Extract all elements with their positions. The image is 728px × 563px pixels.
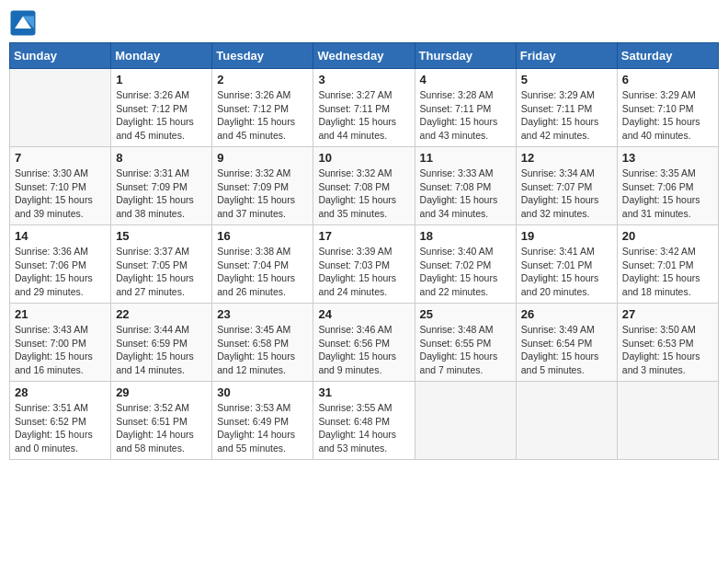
weekday-header: Sunday: [10, 43, 111, 69]
calendar-cell: 10Sunrise: 3:32 AM Sunset: 7:08 PM Dayli…: [313, 147, 415, 225]
day-info: Sunrise: 3:29 AM Sunset: 7:10 PM Dayligh…: [622, 88, 713, 143]
calendar-cell: 26Sunrise: 3:49 AM Sunset: 6:54 PM Dayli…: [516, 304, 617, 382]
weekday-header-row: SundayMondayTuesdayWednesdayThursdayFrid…: [10, 43, 719, 69]
day-number: 25: [420, 307, 511, 321]
calendar-cell: [617, 382, 718, 460]
calendar-cell: 14Sunrise: 3:36 AM Sunset: 7:06 PM Dayli…: [10, 225, 111, 304]
calendar-week-row: 14Sunrise: 3:36 AM Sunset: 7:06 PM Dayli…: [10, 225, 719, 304]
calendar-cell: 20Sunrise: 3:42 AM Sunset: 7:01 PM Dayli…: [617, 225, 718, 304]
day-number: 16: [217, 229, 308, 243]
day-info: Sunrise: 3:41 AM Sunset: 7:01 PM Dayligh…: [521, 245, 612, 299]
day-number: 9: [217, 151, 308, 165]
day-info: Sunrise: 3:48 AM Sunset: 6:55 PM Dayligh…: [420, 323, 511, 377]
day-number: 12: [521, 151, 612, 165]
day-number: 14: [15, 229, 106, 243]
weekday-header: Wednesday: [313, 43, 415, 69]
day-info: Sunrise: 3:36 AM Sunset: 7:06 PM Dayligh…: [15, 245, 106, 299]
day-number: 23: [217, 307, 308, 321]
day-number: 4: [420, 73, 511, 86]
day-info: Sunrise: 3:42 AM Sunset: 7:01 PM Dayligh…: [622, 245, 713, 299]
day-info: Sunrise: 3:40 AM Sunset: 7:02 PM Dayligh…: [420, 245, 511, 299]
weekday-header: Friday: [516, 43, 617, 69]
calendar-cell: 23Sunrise: 3:45 AM Sunset: 6:58 PM Dayli…: [212, 304, 313, 382]
calendar-cell: [516, 382, 617, 460]
day-info: Sunrise: 3:33 AM Sunset: 7:08 PM Dayligh…: [420, 167, 511, 221]
day-info: Sunrise: 3:45 AM Sunset: 6:58 PM Dayligh…: [217, 323, 308, 377]
day-number: 11: [420, 151, 511, 165]
day-number: 20: [622, 229, 713, 243]
day-number: 5: [521, 73, 612, 86]
calendar-cell: 12Sunrise: 3:34 AM Sunset: 7:07 PM Dayli…: [516, 147, 617, 225]
calendar-cell: 24Sunrise: 3:46 AM Sunset: 6:56 PM Dayli…: [313, 304, 415, 382]
calendar-table: SundayMondayTuesdayWednesdayThursdayFrid…: [9, 42, 719, 460]
calendar-cell: 16Sunrise: 3:38 AM Sunset: 7:04 PM Dayli…: [212, 225, 313, 304]
day-info: Sunrise: 3:26 AM Sunset: 7:12 PM Dayligh…: [217, 88, 308, 143]
day-info: Sunrise: 3:39 AM Sunset: 7:03 PM Dayligh…: [318, 245, 409, 299]
day-info: Sunrise: 3:44 AM Sunset: 6:59 PM Dayligh…: [116, 323, 207, 377]
weekday-header: Tuesday: [212, 43, 313, 69]
day-number: 24: [318, 307, 409, 321]
day-number: 7: [15, 151, 106, 165]
day-info: Sunrise: 3:27 AM Sunset: 7:11 PM Dayligh…: [318, 88, 409, 143]
calendar-week-row: 21Sunrise: 3:43 AM Sunset: 7:00 PM Dayli…: [10, 304, 719, 382]
calendar-cell: 11Sunrise: 3:33 AM Sunset: 7:08 PM Dayli…: [415, 147, 516, 225]
calendar-cell: [10, 69, 111, 147]
day-info: Sunrise: 3:38 AM Sunset: 7:04 PM Dayligh…: [217, 245, 308, 299]
day-number: 27: [622, 307, 713, 321]
day-info: Sunrise: 3:55 AM Sunset: 6:48 PM Dayligh…: [318, 401, 409, 455]
calendar-cell: 13Sunrise: 3:35 AM Sunset: 7:06 PM Dayli…: [617, 147, 718, 225]
day-info: Sunrise: 3:51 AM Sunset: 6:52 PM Dayligh…: [15, 401, 106, 455]
day-number: 28: [15, 385, 106, 399]
calendar-cell: 30Sunrise: 3:53 AM Sunset: 6:49 PM Dayli…: [212, 382, 313, 460]
calendar-week-row: 1Sunrise: 3:26 AM Sunset: 7:12 PM Daylig…: [10, 69, 719, 147]
day-number: 29: [116, 385, 207, 399]
calendar-week-row: 28Sunrise: 3:51 AM Sunset: 6:52 PM Dayli…: [10, 382, 719, 460]
day-info: Sunrise: 3:50 AM Sunset: 6:53 PM Dayligh…: [622, 323, 713, 377]
calendar-cell: 2Sunrise: 3:26 AM Sunset: 7:12 PM Daylig…: [212, 69, 313, 147]
day-info: Sunrise: 3:32 AM Sunset: 7:09 PM Dayligh…: [217, 167, 308, 221]
day-number: 18: [420, 229, 511, 243]
day-info: Sunrise: 3:43 AM Sunset: 7:00 PM Dayligh…: [15, 323, 106, 377]
calendar-cell: 15Sunrise: 3:37 AM Sunset: 7:05 PM Dayli…: [111, 225, 212, 304]
day-number: 26: [521, 307, 612, 321]
calendar-cell: 9Sunrise: 3:32 AM Sunset: 7:09 PM Daylig…: [212, 147, 313, 225]
day-info: Sunrise: 3:30 AM Sunset: 7:10 PM Dayligh…: [15, 167, 106, 221]
day-number: 15: [116, 229, 207, 243]
calendar-cell: 21Sunrise: 3:43 AM Sunset: 7:00 PM Dayli…: [10, 304, 111, 382]
day-number: 22: [116, 307, 207, 321]
weekday-header: Saturday: [617, 43, 718, 69]
calendar-cell: 6Sunrise: 3:29 AM Sunset: 7:10 PM Daylig…: [617, 69, 718, 147]
day-number: 21: [15, 307, 106, 321]
day-info: Sunrise: 3:26 AM Sunset: 7:12 PM Dayligh…: [116, 88, 207, 143]
calendar-cell: 29Sunrise: 3:52 AM Sunset: 6:51 PM Dayli…: [111, 382, 212, 460]
day-number: 17: [318, 229, 409, 243]
calendar-cell: 27Sunrise: 3:50 AM Sunset: 6:53 PM Dayli…: [617, 304, 718, 382]
calendar-cell: 17Sunrise: 3:39 AM Sunset: 7:03 PM Dayli…: [313, 225, 415, 304]
day-number: 31: [318, 385, 409, 399]
day-number: 1: [116, 73, 207, 86]
day-info: Sunrise: 3:32 AM Sunset: 7:08 PM Dayligh…: [318, 167, 409, 221]
calendar-cell: 1Sunrise: 3:26 AM Sunset: 7:12 PM Daylig…: [111, 69, 212, 147]
day-number: 19: [521, 229, 612, 243]
logo-icon: [9, 9, 37, 37]
calendar-cell: 19Sunrise: 3:41 AM Sunset: 7:01 PM Dayli…: [516, 225, 617, 304]
day-number: 30: [217, 385, 308, 399]
day-info: Sunrise: 3:31 AM Sunset: 7:09 PM Dayligh…: [116, 167, 207, 221]
calendar-cell: 8Sunrise: 3:31 AM Sunset: 7:09 PM Daylig…: [111, 147, 212, 225]
calendar-cell: 31Sunrise: 3:55 AM Sunset: 6:48 PM Dayli…: [313, 382, 415, 460]
day-info: Sunrise: 3:35 AM Sunset: 7:06 PM Dayligh…: [622, 167, 713, 221]
calendar-cell: 28Sunrise: 3:51 AM Sunset: 6:52 PM Dayli…: [10, 382, 111, 460]
calendar-cell: 5Sunrise: 3:29 AM Sunset: 7:11 PM Daylig…: [516, 69, 617, 147]
weekday-header: Monday: [111, 43, 212, 69]
day-number: 3: [318, 73, 409, 86]
calendar-cell: [415, 382, 516, 460]
day-info: Sunrise: 3:28 AM Sunset: 7:11 PM Dayligh…: [420, 88, 511, 143]
day-number: 8: [116, 151, 207, 165]
day-info: Sunrise: 3:49 AM Sunset: 6:54 PM Dayligh…: [521, 323, 612, 377]
day-number: 10: [318, 151, 409, 165]
header: [9, 9, 719, 37]
day-number: 6: [622, 73, 713, 86]
calendar-cell: 18Sunrise: 3:40 AM Sunset: 7:02 PM Dayli…: [415, 225, 516, 304]
calendar-cell: 3Sunrise: 3:27 AM Sunset: 7:11 PM Daylig…: [313, 69, 415, 147]
day-info: Sunrise: 3:37 AM Sunset: 7:05 PM Dayligh…: [116, 245, 207, 299]
